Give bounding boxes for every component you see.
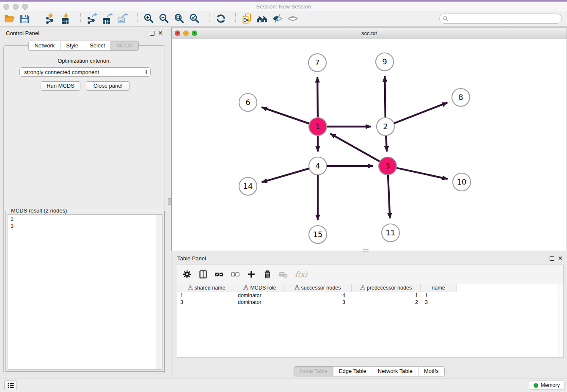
memory-button[interactable]: Memory bbox=[529, 381, 564, 390]
graph-node-3[interactable]: 3 bbox=[379, 157, 396, 175]
hide-selected-icon[interactable] bbox=[272, 13, 284, 25]
show-all-icon[interactable] bbox=[287, 13, 299, 25]
graph-edge-1-7[interactable] bbox=[317, 77, 318, 118]
graph-node-15[interactable]: 15 bbox=[309, 226, 327, 243]
graph-edge-3-11[interactable] bbox=[388, 175, 390, 218]
graph-node-1[interactable]: 1 bbox=[309, 118, 327, 135]
graph-node-6[interactable]: 6 bbox=[239, 94, 257, 111]
open-session-icon[interactable] bbox=[3, 13, 15, 25]
zoom-fit-icon[interactable] bbox=[173, 13, 185, 25]
frame-resize-grip[interactable] bbox=[363, 249, 369, 252]
clone-network-icon[interactable] bbox=[241, 13, 253, 25]
task-history-button[interactable] bbox=[4, 380, 17, 390]
table-panel-header: Table Panel ✕ bbox=[171, 253, 567, 264]
table-cell[interactable]: 4 bbox=[284, 293, 352, 298]
network-canvas[interactable]: 7968124314101511 bbox=[172, 39, 567, 251]
panel-splitter[interactable] bbox=[167, 27, 171, 378]
splitter-grip[interactable] bbox=[168, 198, 171, 205]
search-input[interactable] bbox=[450, 14, 561, 23]
graph-node-10[interactable]: 10 bbox=[453, 173, 471, 191]
table-cell[interactable]: dominator bbox=[236, 299, 284, 305]
close-table-panel-icon[interactable]: ✕ bbox=[558, 256, 563, 261]
table-scrollbar[interactable] bbox=[559, 284, 563, 357]
import-network-icon[interactable] bbox=[45, 13, 57, 25]
zoom-selected-icon[interactable] bbox=[189, 13, 201, 25]
column-header-shared-name[interactable]: shared name bbox=[177, 284, 236, 292]
control-tab-select[interactable]: Select bbox=[84, 41, 111, 50]
table-tab-motifs[interactable]: Motifs bbox=[418, 367, 444, 376]
graph-edge-3-10[interactable] bbox=[396, 168, 448, 179]
memory-status-icon bbox=[534, 383, 538, 388]
dropdown-stepper-icon: ▴▾ bbox=[146, 69, 147, 75]
column-type-icon bbox=[188, 285, 193, 290]
table-cell[interactable]: 3 bbox=[421, 299, 457, 305]
table-cell[interactable]: 1 bbox=[352, 293, 421, 298]
graph-edge-2-3[interactable] bbox=[386, 135, 387, 152]
float-table-panel-icon[interactable] bbox=[550, 256, 554, 261]
save-session-icon[interactable] bbox=[19, 13, 30, 25]
control-tab-style[interactable]: Style bbox=[61, 41, 84, 50]
graph-node-9[interactable]: 9 bbox=[376, 53, 394, 71]
table-tab-node-table[interactable]: Node Table bbox=[294, 367, 333, 376]
graph-edge-3-1[interactable] bbox=[330, 134, 380, 162]
column-header-predecessor-nodes[interactable]: predecessor nodes bbox=[352, 284, 421, 292]
window-title: Session: New Session bbox=[0, 3, 567, 10]
float-panel-icon[interactable] bbox=[150, 31, 154, 36]
show-columns-icon[interactable] bbox=[198, 270, 208, 279]
graph-edge-2-8[interactable] bbox=[394, 102, 448, 123]
svg-text:3: 3 bbox=[385, 161, 390, 170]
graph-edge-2-9[interactable] bbox=[385, 76, 385, 118]
graph-edge-4-14[interactable] bbox=[262, 168, 309, 182]
svg-text:6: 6 bbox=[245, 98, 250, 107]
table-cell[interactable]: dominator bbox=[236, 293, 284, 298]
run-mcds-button[interactable]: Run MCDS bbox=[41, 81, 80, 91]
control-tab-mcds[interactable]: MCDS bbox=[111, 41, 138, 50]
graph-node-14[interactable]: 14 bbox=[239, 177, 257, 195]
task-list-icon bbox=[6, 381, 15, 390]
table-cell[interactable]: 1 bbox=[421, 293, 457, 298]
graph-node-7[interactable]: 7 bbox=[308, 54, 326, 72]
table-row[interactable]: 1dominator411 bbox=[177, 292, 559, 299]
column-header-MCDS-role[interactable]: MCDS role bbox=[236, 284, 284, 292]
mcds-tab-content: Optimization criterion: strongly connect… bbox=[3, 45, 165, 373]
graph-node-8[interactable]: 8 bbox=[452, 88, 470, 106]
delete-columns-icon[interactable] bbox=[263, 270, 272, 279]
graph-edge-1-6[interactable] bbox=[261, 107, 309, 124]
network-frame-titlebar[interactable]: ✕ − + scc.txt bbox=[172, 28, 567, 39]
create-column-icon[interactable] bbox=[247, 270, 256, 279]
first-neighbors-icon[interactable] bbox=[256, 13, 268, 25]
table-mode-icon[interactable] bbox=[182, 270, 192, 279]
table-tab-edge-table[interactable]: Edge Table bbox=[333, 367, 372, 376]
zoom-in-icon[interactable] bbox=[143, 13, 155, 25]
table-row[interactable]: 3dominator323 bbox=[177, 299, 559, 306]
import-table-icon[interactable] bbox=[60, 13, 72, 25]
table-cell[interactable]: 1 bbox=[177, 293, 236, 298]
graph-node-4[interactable]: 4 bbox=[309, 157, 327, 175]
table-tab-network-table[interactable]: Network Table bbox=[372, 367, 418, 376]
control-panel-title: Control Panel bbox=[6, 30, 39, 36]
mcds-result-area[interactable]: 1 3 bbox=[8, 214, 162, 370]
table-cell[interactable]: 3 bbox=[284, 299, 352, 305]
control-tab-network[interactable]: Network bbox=[29, 41, 61, 50]
zoom-out-icon[interactable] bbox=[158, 13, 170, 25]
close-panel-icon[interactable]: ✕ bbox=[158, 30, 163, 36]
graph-node-2[interactable]: 2 bbox=[377, 118, 394, 135]
criterion-dropdown[interactable]: strongly connected component ▴▾ bbox=[19, 67, 151, 77]
column-header-name[interactable]: name bbox=[421, 284, 457, 292]
export-network-icon[interactable] bbox=[86, 13, 98, 25]
unselect-all-columns-icon[interactable] bbox=[231, 270, 240, 279]
close-panel-button[interactable]: Close panel bbox=[86, 81, 130, 91]
toolbar-divider bbox=[137, 13, 138, 24]
mcds-result-title: MCDS result (2 nodes) bbox=[9, 207, 69, 214]
table-cell[interactable]: 3 bbox=[177, 299, 236, 305]
table-cell[interactable]: 2 bbox=[352, 299, 421, 305]
graph-node-11[interactable]: 11 bbox=[382, 224, 399, 242]
window-titlebar: Session: New Session bbox=[0, 2, 567, 11]
export-image-icon[interactable] bbox=[117, 13, 129, 25]
column-header-successor-nodes[interactable]: successor nodes bbox=[284, 284, 352, 292]
export-table-icon[interactable] bbox=[102, 13, 113, 25]
select-all-columns-icon[interactable] bbox=[215, 270, 224, 279]
refresh-icon[interactable] bbox=[215, 13, 227, 25]
svg-text:9: 9 bbox=[382, 57, 387, 66]
result-scrollbar[interactable] bbox=[156, 215, 162, 369]
